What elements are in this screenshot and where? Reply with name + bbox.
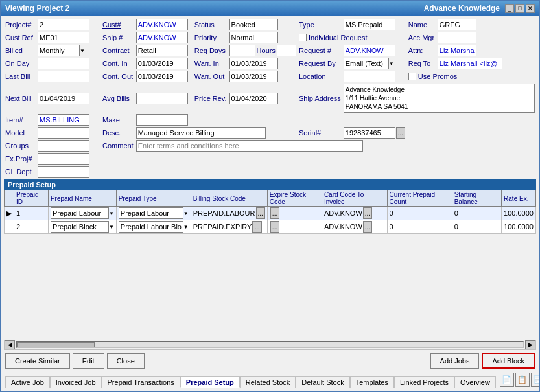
tab-active-job[interactable]: Active Job xyxy=(5,376,50,388)
type-input[interactable] xyxy=(344,19,395,30)
avg-bills-label: Avg Bills xyxy=(102,95,130,102)
serial-input[interactable] xyxy=(344,127,395,139)
use-promos-checkbox[interactable] xyxy=(408,73,416,80)
row1-name[interactable]: ▼ xyxy=(48,207,116,220)
req-days-input[interactable] xyxy=(229,45,255,56)
add-jobs-button[interactable]: Add Jobs xyxy=(430,353,480,369)
cont-in-label: Cont. In xyxy=(102,60,128,67)
title-bar: Viewing Project 2 Advance Knowledge _ □ … xyxy=(1,1,539,16)
location-label: Location xyxy=(299,73,326,80)
row1-expire-stock: ... xyxy=(267,207,322,220)
scroll-right-button[interactable]: ▶ xyxy=(525,340,535,349)
copy-icon-button[interactable]: 📑 xyxy=(531,373,539,387)
hours-input[interactable] xyxy=(277,45,296,56)
warr-out-input[interactable] xyxy=(229,71,278,82)
status-input[interactable] xyxy=(229,19,278,30)
scroll-left-button[interactable]: ◀ xyxy=(5,340,15,349)
row1-type[interactable]: ▼ xyxy=(116,207,191,220)
last-bill-input[interactable] xyxy=(38,71,89,82)
row2-arrow xyxy=(5,220,14,234)
row1-arrow: ▶ xyxy=(5,207,14,220)
gl-dept-input[interactable] xyxy=(38,166,89,178)
col-id: Prepaid ID xyxy=(14,190,49,207)
avg-bills-input[interactable] xyxy=(136,93,188,104)
tab-default-stock[interactable]: Default Stock xyxy=(296,376,349,388)
location-input[interactable] xyxy=(344,71,395,82)
request-input[interactable] xyxy=(344,45,395,56)
row1-type-dropdown[interactable]: ▼ xyxy=(183,211,189,216)
main-content: Project# Cust# Status Type Name Cust Ref… xyxy=(1,16,539,391)
add-block-button[interactable]: Add Block xyxy=(482,353,535,369)
row1-billing-ellipsis[interactable]: ... xyxy=(256,207,265,219)
row2-billing-ellipsis[interactable]: ... xyxy=(252,221,261,233)
tab-related-stock[interactable]: Related Stock xyxy=(240,376,296,388)
item-input[interactable] xyxy=(38,114,89,126)
priority-input[interactable] xyxy=(229,32,278,43)
acc-mgr-label[interactable]: Acc.Mgr xyxy=(408,34,434,41)
billed-input[interactable] xyxy=(38,45,80,56)
doc1-icon-button[interactable]: 📄 xyxy=(500,373,514,387)
contract-input[interactable] xyxy=(136,45,188,56)
minimize-button[interactable]: _ xyxy=(505,4,514,13)
name-input[interactable] xyxy=(438,19,476,30)
tab-prepaid-setup[interactable]: Prepaid Setup xyxy=(180,376,240,388)
close-button[interactable]: ✕ xyxy=(526,4,535,13)
project-input[interactable] xyxy=(38,19,89,30)
scrollbar-thumb[interactable] xyxy=(17,342,95,347)
close-button-action[interactable]: Close xyxy=(107,353,145,369)
tab-overview[interactable]: Overview xyxy=(454,376,496,388)
row2-type-dropdown[interactable]: ▼ xyxy=(183,224,189,230)
tab-prepaid-transactions[interactable]: Prepaid Transactions xyxy=(102,376,180,388)
request-by-input[interactable] xyxy=(344,58,389,69)
row1-expire-ellipsis[interactable]: ... xyxy=(270,207,279,219)
cont-out-input[interactable] xyxy=(136,71,188,82)
tab-templates[interactable]: Templates xyxy=(350,376,394,388)
scrollbar-track[interactable] xyxy=(16,341,524,348)
horizontal-scrollbar[interactable]: ◀ ▶ xyxy=(4,340,536,350)
cust-label[interactable]: Cust# xyxy=(102,21,121,29)
make-input[interactable] xyxy=(136,114,188,126)
on-day-input[interactable] xyxy=(38,58,89,69)
ship-input[interactable] xyxy=(136,32,188,43)
edit-button[interactable]: Edit xyxy=(73,353,104,369)
cust-input[interactable] xyxy=(136,19,188,30)
form-row-8: Model Desc. Serial# ... xyxy=(4,126,536,139)
row1-card-ellipsis[interactable]: ... xyxy=(363,207,372,219)
form-row-4: On Day Cont. In Warr. In Request By ▼ Re… xyxy=(4,57,536,70)
request-by-dropdown[interactable]: ▼ xyxy=(389,61,394,67)
individual-request-checkbox[interactable] xyxy=(299,34,307,41)
row2-rate-ex: 100.0000 xyxy=(502,220,536,234)
acc-mgr-input[interactable] xyxy=(438,32,476,43)
main-window: Viewing Project 2 Advance Knowledge _ □ … xyxy=(0,0,540,392)
model-label: Model xyxy=(5,129,25,137)
comment-input[interactable] xyxy=(136,140,363,152)
ex-proj-input[interactable] xyxy=(38,153,89,165)
item-label: Item# xyxy=(5,116,23,124)
row2-card-ellipsis[interactable]: ... xyxy=(363,221,372,233)
cust-ref-input[interactable] xyxy=(38,32,89,43)
desc-input[interactable] xyxy=(136,127,266,139)
serial-ellipsis-button[interactable]: ... xyxy=(396,127,405,139)
groups-input[interactable] xyxy=(38,140,89,152)
form-row-10: Ex.Proj# xyxy=(4,152,536,165)
row2-type[interactable]: ▼ xyxy=(116,220,191,234)
tab-linked-projects[interactable]: Linked Projects xyxy=(394,376,454,388)
row1-name-dropdown[interactable]: ▼ xyxy=(109,211,114,216)
address-line3: PANORAMA SA 5041 xyxy=(346,102,533,111)
row2-name[interactable]: ▼ xyxy=(48,220,116,234)
row2-expire-ellipsis[interactable]: ... xyxy=(270,221,279,233)
doc2-icon-button[interactable]: 📋 xyxy=(515,373,530,387)
tab-invoiced-job[interactable]: Invoiced Job xyxy=(50,376,102,388)
attn-input[interactable] xyxy=(438,45,476,56)
form-row-7: Item# Make xyxy=(4,113,536,126)
next-bill-input[interactable] xyxy=(38,93,89,104)
req-to-input[interactable] xyxy=(438,58,502,69)
maximize-button[interactable]: □ xyxy=(515,4,524,13)
price-rev-input[interactable] xyxy=(229,93,278,104)
cont-in-input[interactable] xyxy=(136,58,188,69)
row2-name-dropdown[interactable]: ▼ xyxy=(109,224,114,230)
warr-in-input[interactable] xyxy=(229,58,278,69)
model-input[interactable] xyxy=(38,127,89,139)
billed-dropdown[interactable]: ▼ xyxy=(80,48,85,54)
create-similar-button[interactable]: Create Similar xyxy=(5,353,70,369)
